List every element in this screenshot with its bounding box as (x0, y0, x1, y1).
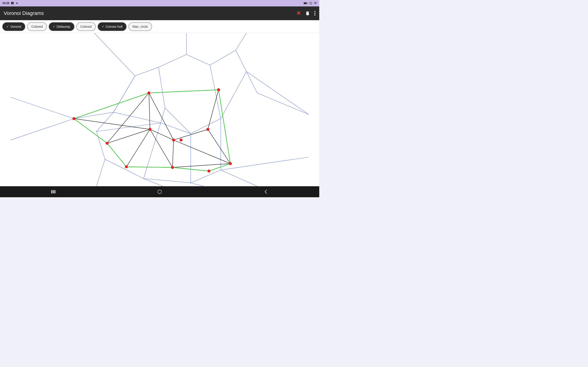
toggle-delaunay[interactable]: ✓ Delaunay (49, 22, 74, 31)
svg-line-16 (144, 178, 191, 183)
back-icon (264, 189, 268, 194)
svg-line-12 (96, 131, 105, 159)
status-bar-right (304, 2, 317, 5)
nav-back-button[interactable] (259, 187, 273, 196)
svg-line-33 (161, 108, 165, 123)
svg-point-3 (314, 11, 316, 12)
alarm-icon (309, 2, 312, 5)
svg-rect-69 (158, 190, 162, 194)
battery-icon (304, 2, 308, 5)
point-5[interactable] (172, 139, 175, 142)
svg-line-40 (165, 108, 191, 134)
toggle-voronoi[interactable]: ✓ Voronoi (2, 22, 25, 31)
toggle-colored1[interactable]: Colored (27, 22, 47, 31)
svg-rect-66 (51, 190, 52, 194)
delete-button[interactable] (305, 11, 310, 16)
svg-line-22 (187, 54, 210, 65)
voronoi-label: Voronoi (10, 25, 21, 28)
svg-line-23 (210, 50, 236, 65)
point-3[interactable] (147, 92, 150, 94)
svg-line-38 (221, 72, 246, 119)
time-display: 19:29 (2, 2, 9, 5)
app-title: Voronoi Diagrams (4, 10, 44, 16)
svg-line-26 (246, 72, 309, 115)
svg-line-46 (149, 93, 150, 129)
svg-rect-67 (52, 190, 54, 194)
toggle-bar: ✓ Voronoi Colored ✓ Delaunay Colored ✓ C… (0, 20, 319, 33)
svg-line-20 (158, 54, 186, 67)
svg-line-34 (144, 123, 161, 179)
toggle-maxcircle[interactable]: Max. circle (128, 22, 152, 31)
svg-line-35 (161, 123, 191, 134)
svg-line-29 (221, 157, 309, 170)
trash-icon (305, 11, 310, 16)
svg-line-10 (11, 97, 74, 119)
media-icon (15, 2, 19, 5)
voronoi-check: ✓ (6, 25, 9, 28)
canvas-area[interactable] (0, 33, 319, 186)
colored1-label: Colored (31, 25, 43, 28)
svg-line-14 (105, 159, 144, 178)
toggle-colored2[interactable]: Colored (76, 22, 96, 31)
svg-rect-68 (54, 190, 55, 194)
status-bar: 19:29 (0, 0, 319, 6)
svg-line-51 (107, 129, 150, 143)
svg-line-53 (126, 129, 150, 167)
svg-line-13 (96, 159, 105, 186)
app-bar: Voronoi Diagrams ✕ (0, 6, 319, 20)
convexhull-check: ✓ (102, 25, 104, 28)
close-button[interactable]: ✕ (296, 10, 301, 17)
voronoi-lines (11, 33, 309, 186)
svg-line-9 (11, 119, 74, 140)
point-4[interactable] (148, 128, 151, 131)
more-icon (314, 11, 316, 16)
point-11[interactable] (171, 166, 174, 169)
svg-line-6 (94, 33, 135, 76)
maxcircle-label: Max. circle (132, 25, 148, 28)
point-8[interactable] (217, 88, 220, 91)
svg-line-55 (150, 129, 173, 167)
svg-line-65 (74, 119, 150, 129)
home-icon (157, 189, 162, 194)
svg-line-30 (221, 170, 257, 186)
svg-point-5 (314, 15, 316, 16)
more-button[interactable] (314, 11, 316, 16)
point-6[interactable] (180, 139, 183, 142)
svg-line-37 (191, 119, 221, 133)
svg-line-62 (208, 129, 230, 164)
delaunay-check: ✓ (53, 25, 55, 28)
svg-line-28 (257, 93, 309, 114)
toggle-convexhull[interactable]: ✓ Convex hull (98, 22, 127, 31)
nav-home-button[interactable] (153, 187, 166, 196)
svg-line-32 (158, 67, 165, 108)
svg-line-31 (113, 76, 135, 112)
status-bar-left: 19:29 (2, 2, 19, 5)
app-bar-actions: ✕ (296, 10, 316, 17)
svg-line-18 (191, 170, 221, 183)
point-9[interactable] (229, 162, 232, 165)
recents-icon (51, 190, 56, 194)
svg-line-45 (107, 93, 149, 143)
svg-rect-2 (307, 3, 308, 4)
point-1[interactable] (106, 142, 109, 145)
convexhull-label: Convex hull (106, 25, 122, 28)
point-10[interactable] (208, 169, 210, 173)
svg-rect-1 (304, 2, 306, 4)
svg-line-56 (173, 140, 174, 167)
svg-line-54 (150, 129, 174, 140)
svg-line-27 (246, 72, 257, 93)
svg-line-58 (174, 140, 230, 164)
svg-line-25 (236, 50, 246, 72)
svg-line-61 (208, 90, 219, 129)
colored2-label: Colored (80, 25, 92, 28)
delaunay-label: Delaunay (57, 25, 70, 28)
point-2[interactable] (125, 165, 128, 168)
svg-line-42 (113, 112, 161, 123)
signal-icon (314, 2, 317, 5)
nav-recents-button[interactable] (46, 187, 60, 196)
svg-point-4 (314, 13, 316, 14)
point-7[interactable] (206, 128, 209, 131)
svg-line-17 (191, 183, 204, 186)
point-0[interactable] (72, 117, 75, 120)
diagram-svg[interactable] (0, 33, 319, 186)
